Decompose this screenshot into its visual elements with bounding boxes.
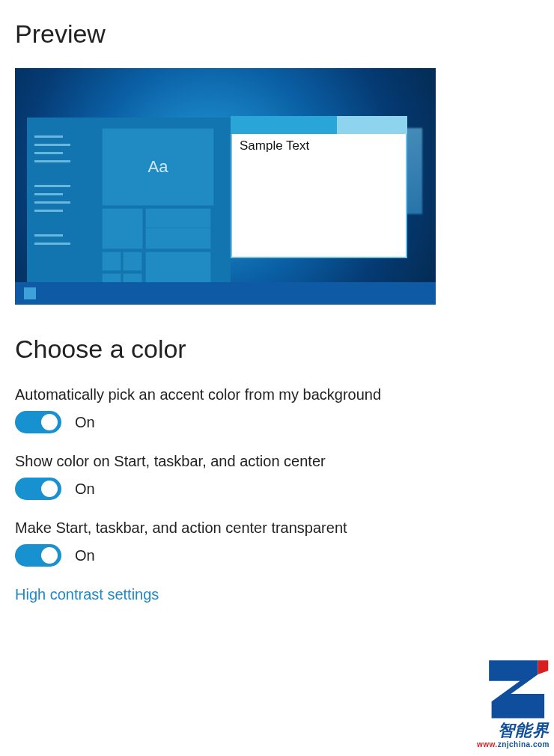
transparency-toggle[interactable]	[15, 544, 61, 567]
preview-sample-text: Sample Text	[232, 134, 406, 158]
preview-start-tiles: Aa	[102, 128, 214, 270]
preview-heading: Preview	[15, 19, 539, 49]
preview-start-rail	[34, 129, 84, 251]
site-watermark: 智能界 www.znjchina.com	[477, 656, 550, 749]
preview-sample-titlebar	[231, 116, 407, 134]
preview-taskbar	[15, 282, 436, 305]
auto-accent-state: On	[75, 414, 95, 431]
show-color-toggle[interactable]	[15, 478, 61, 500]
watermark-domain: www.znjchina.com	[477, 740, 550, 749]
transparency-label: Make Start, taskbar, and action center t…	[15, 519, 539, 537]
show-color-state: On	[75, 481, 95, 498]
choose-color-heading: Choose a color	[15, 335, 539, 364]
transparency-state: On	[75, 547, 95, 564]
show-color-label: Show color on Start, taskbar, and action…	[15, 453, 539, 470]
high-contrast-link[interactable]: High contrast settings	[15, 586, 159, 603]
watermark-z-icon	[485, 656, 550, 721]
preview-sample-window: Sample Text	[231, 116, 407, 258]
personalization-preview: Aa Sample Text	[15, 68, 436, 305]
auto-accent-toggle[interactable]	[15, 411, 61, 433]
watermark-caption: 智能界	[477, 719, 550, 742]
svg-marker-0	[489, 660, 544, 718]
preview-start-menu: Aa	[27, 118, 231, 282]
preview-tile-typography: Aa	[102, 128, 214, 206]
auto-accent-label: Automatically pick an accent color from …	[15, 386, 539, 403]
svg-marker-1	[538, 660, 549, 674]
